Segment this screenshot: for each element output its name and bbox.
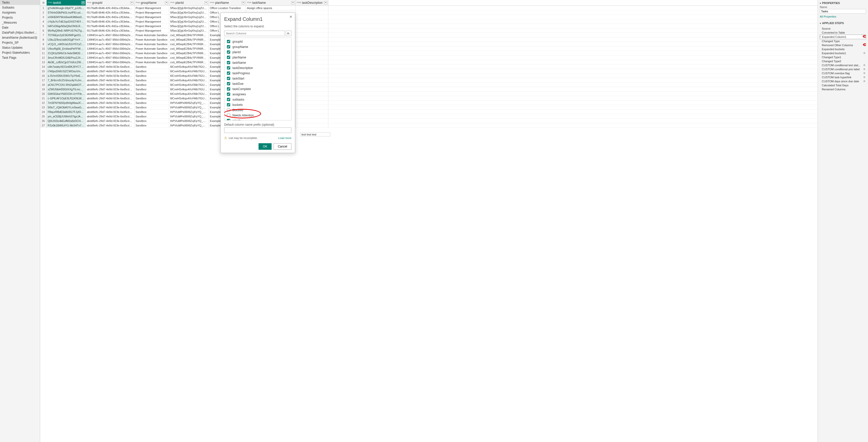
cell[interactable]: 139f4f14-aa7c-4567-956d-0064a2e847b8 — [86, 37, 134, 42]
cell[interactable] — [296, 123, 328, 128]
cell[interactable]: 95rRqQ9fxE-NRPUS7NJTgGUAF6I7 — [47, 28, 86, 33]
cell[interactable]: abdd6efc-29d7-4e9d-923e-6ed5cda7ebce — [86, 101, 134, 105]
cell[interactable]: cxd_W0wpiE2B4zTPVR6R8GUA... — [169, 56, 209, 60]
query-item[interactable]: DataPath (https://buttertoast3.... — [0, 30, 40, 35]
row-number[interactable]: 5 — [40, 24, 47, 28]
cell[interactable]: c-GPfLAF1OyE3LPj1KNLWUAFxXr — [47, 96, 86, 100]
column-checkbox-row[interactable]: taskName — [226, 60, 290, 65]
row-number[interactable]: 21 — [40, 96, 47, 100]
cell[interactable]: cYq3uYuTdE2qoDXIST45YmUAO... — [47, 19, 86, 24]
sort-button[interactable]: A↓ — [286, 31, 291, 36]
gear-icon[interactable]: ⚙ — [863, 52, 866, 55]
gear-icon[interactable]: ⚙ — [863, 76, 866, 78]
cell[interactable]: abdd6efc-29d7-4e9d-923e-6ed5cda7ebce — [86, 110, 134, 114]
cell[interactable] — [296, 65, 328, 69]
cell[interactable] — [296, 19, 328, 24]
applied-step[interactable]: CUSTOM conditional text stat...⚙ — [820, 63, 866, 67]
cell[interactable]: 5f5avJjQgU6rrGqXhuj1q2UAHM... — [169, 6, 209, 10]
cell[interactable]: cxd_W0wpiE2B4zTPVR6R8GUA... — [169, 42, 209, 46]
cell[interactable] — [296, 105, 328, 109]
query-item[interactable]: Status Updates — [0, 45, 40, 50]
cell[interactable]: Project Management — [134, 6, 169, 10]
column-checkbox[interactable] — [227, 45, 230, 48]
table-row[interactable]: 3xX9HEMYWck6weKMtilee02UA...f3176af8-664… — [40, 15, 817, 19]
cell[interactable]: s-SVmX05tUSW1rTpY6xE7WUAE... — [47, 73, 86, 78]
row-number[interactable]: 1 — [40, 6, 47, 10]
cell[interactable]: 6lCveHSvtkqu4XcFAlb7IGUADZ6j — [169, 92, 209, 96]
column-checkbox[interactable] — [227, 66, 230, 69]
cell[interactable]: ym_aCEBjUUWehS7igxJAo2UA... — [47, 114, 86, 118]
row-number[interactable]: 2 — [40, 10, 47, 14]
cell[interactable]: abdd6efc-29d7-4e9d-923e-6ed5cda7ebce — [86, 87, 134, 91]
cell[interactable]: 5f5avJjQgU6rrGqXhuj1q2UAHM... — [169, 10, 209, 14]
name-input[interactable] — [820, 9, 866, 13]
column-checkbox[interactable] — [227, 119, 230, 121]
cell[interactable]: f3176af8-6646-42fc-842a-c353eba59611 — [86, 28, 134, 33]
load-more-link[interactable]: Load more — [278, 136, 291, 139]
cell[interactable]: abdd6efc-29d7-4e9d-923e-6ed5cda7ebce — [86, 82, 134, 87]
table-row[interactable]: 227mSFNYtb50ydhHgWaaJCJGUAP...abdd6efc-2… — [40, 101, 817, 105]
cell[interactable] — [296, 46, 328, 51]
query-item[interactable]: Projects_SP — [0, 40, 40, 45]
filter-dropdown-icon[interactable] — [291, 1, 294, 4]
applied-step[interactable]: Renamed Columns — [820, 87, 866, 91]
cell[interactable]: Project Management — [134, 15, 169, 19]
cell[interactable]: IhPVIuMPe0699ZojFpYQ_WUAE... — [169, 123, 209, 128]
cell[interactable]: abdd6efc-29d7-4e9d-923e-6ed5cda7ebce — [86, 118, 134, 123]
cell[interactable]: Project Management — [134, 28, 169, 33]
table-row[interactable]: 235I9uT_rQikObiKtYLmSwaGUAAEtYabdd6efc-2… — [40, 105, 817, 110]
cell[interactable]: Sandbox — [134, 87, 169, 91]
cell[interactable]: abdd6efc-29d7-4e9d-923e-6ed5cda7ebce — [86, 78, 134, 82]
query-item[interactable]: Date — [0, 25, 40, 30]
cell[interactable]: Power Automate Sandbox — [134, 46, 169, 51]
cell[interactable] — [296, 6, 328, 10]
table-row[interactable]: 123muCRnMDIU2AEPnu2JX-wGUA...139f4f14-aa… — [40, 56, 817, 60]
column-header[interactable]: ᴬᴮ¹²³taskId — [47, 0, 86, 5]
cell[interactable]: Office Location Transition — [209, 6, 246, 10]
table-row[interactable]: 695rRqQ9fxE-NRPUS7NJTgGUAF6I7f3176af8-66… — [40, 28, 817, 33]
column-checkbox[interactable] — [227, 108, 230, 112]
cell[interactable]: Sandbox — [134, 114, 169, 118]
row-number[interactable]: 12 — [40, 56, 47, 60]
column-checkbox-row[interactable]: planName — [226, 55, 290, 60]
cell[interactable]: 6lCveHSvtkqu4XcFAlb7IGUADZ6j — [169, 65, 209, 69]
prefix-input[interactable] — [224, 128, 291, 133]
cell[interactable]: 139f4f14-aa7c-4567-956d-0064a2e847b8 — [86, 51, 134, 55]
cell[interactable]: IhPVIuMPe0699ZojFpYQ_WUAE... — [169, 118, 209, 123]
cell[interactable]: 139f4f14-aa7c-4567-956d-0064a2e847b8 — [86, 33, 134, 37]
gear-icon[interactable]: ⚙ — [863, 68, 866, 70]
row-number[interactable]: 23 — [40, 105, 47, 109]
table-row[interactable]: 1gYvAkWvagk-b9pl7Y_pJJGUALfIAf3176af8-66… — [40, 6, 817, 10]
cell[interactable] — [296, 96, 328, 100]
cell[interactable]: f3176af8-6646-42fc-842a-c353eba59611 — [86, 15, 134, 19]
cell[interactable] — [296, 101, 328, 105]
cell[interactable]: Power Automate Sandbox — [134, 33, 169, 37]
column-checkbox-row[interactable]: subtasks — [226, 97, 290, 102]
cell[interactable]: Sandbox — [134, 105, 169, 109]
cell[interactable]: 6lCveHSvtkqu4XcFAlb7IGUADZ6j — [169, 87, 209, 91]
cell[interactable]: Assign office spaces — [246, 6, 296, 10]
table-row[interactable]: 2STkHxD0bPkGLmzfFEi-ydWUAFt...f3176af8-6… — [40, 10, 817, 15]
query-item[interactable]: Task Flags — [0, 55, 40, 60]
cell[interactable] — [296, 42, 328, 46]
table-row[interactable]: 1121QKIytSRkCb-fwteSMt32UAAIeN139f4f14-a… — [40, 51, 817, 56]
cell[interactable] — [296, 60, 328, 64]
row-number[interactable]: 19 — [40, 87, 47, 91]
row-number[interactable]: 25 — [40, 114, 47, 118]
table-row[interactable]: 24FBqurRBdE0a8d3G7FJylOmUAM...abdd6efc-2… — [40, 110, 817, 114]
table-icon[interactable]: ⊞ — [40, 0, 46, 5]
cell[interactable]: U3tuJZ9vsUaIbOGgFYmYNWUAF... — [47, 37, 86, 42]
cell[interactable]: 5f5avJjQgU6rrGqXhuj1q2UAHM... — [169, 19, 209, 24]
cell[interactable] — [296, 92, 328, 96]
column-checkbox-row[interactable]: taskComplete — [226, 86, 290, 92]
column-checkbox[interactable] — [227, 40, 230, 43]
column-checkbox[interactable] — [227, 103, 230, 106]
cell[interactable] — [296, 114, 328, 118]
cell[interactable]: cxd_W0wpiE2B4zTPVR6R8GUA... — [169, 37, 209, 42]
cell[interactable]: 139f4f14-aa7c-4567-956d-0064a2e847b8 — [86, 46, 134, 51]
cell[interactable]: aCN17PCOIU-RHZqAAIOTHmUA... — [47, 82, 86, 87]
row-number[interactable]: 11 — [40, 51, 47, 55]
cell[interactable]: abdd6efc-29d7-4e9d-923e-6ed5cda7ebce — [86, 69, 134, 73]
close-icon[interactable]: ✕ — [289, 15, 292, 19]
cell[interactable]: 5I9uT_rQikObiKtYLmSwaGUAAEtY — [47, 105, 86, 109]
